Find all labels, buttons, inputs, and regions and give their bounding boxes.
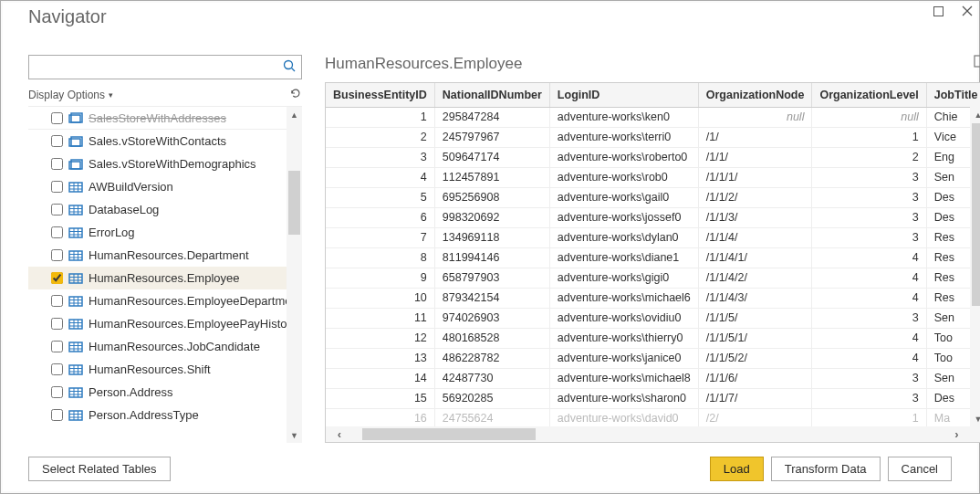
scroll-left-icon[interactable]: ‹ xyxy=(326,426,353,442)
select-related-tables-button[interactable]: Select Related Tables xyxy=(28,457,171,481)
tree-checkbox[interactable] xyxy=(51,249,63,261)
grid-vertical-scrollbar[interactable]: ▲ ▼ xyxy=(970,107,980,426)
cell-businessentityid: 12 xyxy=(326,328,434,348)
tree-checkbox[interactable] xyxy=(51,226,63,238)
cell-organizationnode: /1/1/4/1/ xyxy=(698,247,812,268)
table-row[interactable]: 1556920285adventure-works\sharon0/1/1/7/… xyxy=(326,388,980,408)
view-icon xyxy=(68,135,83,148)
column-header[interactable]: LoginID xyxy=(549,83,698,107)
table-row[interactable]: 1295847284adventure-works\ken0nullnullCh… xyxy=(326,107,980,127)
display-options-dropdown[interactable]: Display Options xyxy=(28,89,105,101)
tree-checkbox[interactable] xyxy=(51,112,63,124)
cell-organizationlevel: 2 xyxy=(812,147,926,167)
grid-horizontal-scrollbar[interactable]: ‹ › xyxy=(326,426,980,442)
tree-item[interactable]: Person.AddressType xyxy=(28,404,287,426)
table-row[interactable]: 12480168528adventure-works\thierry0/1/1/… xyxy=(326,328,980,348)
cell-loginid: adventure-works\gigi0 xyxy=(549,268,698,288)
cell-organizationlevel: 4 xyxy=(812,288,926,308)
cell-businessentityid: 1 xyxy=(326,107,434,127)
table-row[interactable]: 9658797903adventure-works\gigi0/1/1/4/2/… xyxy=(326,268,980,288)
tree-item[interactable]: HumanResources.Shift xyxy=(28,358,287,381)
tree-item[interactable]: HumanResources.EmployeeDepartmen... xyxy=(28,289,287,312)
table-row[interactable]: 7134969118adventure-works\dylan0/1/1/4/3… xyxy=(326,227,980,247)
transform-data-button[interactable]: Transform Data xyxy=(771,457,881,481)
scroll-down-icon[interactable]: ▼ xyxy=(970,411,980,426)
cell-nationalidnumber: 245797967 xyxy=(434,127,549,147)
tree-item[interactable]: HumanResources.JobCandidate xyxy=(28,335,287,358)
scroll-up-icon[interactable]: ▲ xyxy=(287,107,302,122)
search-field[interactable] xyxy=(35,57,283,78)
cancel-button[interactable]: Cancel xyxy=(888,457,952,481)
scroll-thumb[interactable] xyxy=(972,123,980,306)
tree-checkbox[interactable] xyxy=(51,158,63,170)
search-input[interactable] xyxy=(28,55,302,79)
table-row[interactable]: 10879342154adventure-works\michael6/1/1/… xyxy=(326,288,980,308)
table-row[interactable]: 5695256908adventure-works\gail0/1/1/2/3D… xyxy=(326,187,980,207)
tree-item-label: DatabaseLog xyxy=(89,203,159,216)
table-row[interactable]: 2245797967adventure-works\terri0/1/1Vice xyxy=(326,127,980,147)
table-row[interactable]: 13486228782adventure-works\janice0/1/1/5… xyxy=(326,348,980,368)
tree-checkbox[interactable] xyxy=(51,181,63,193)
table-row[interactable]: 4112457891adventure-works\rob0/1/1/1/3Se… xyxy=(326,167,980,187)
tree-scrollbar[interactable]: ▲ ▼ xyxy=(287,107,302,443)
tree-checkbox[interactable] xyxy=(51,318,63,330)
cell-nationalidnumber: 112457891 xyxy=(434,167,549,187)
maximize-icon[interactable] xyxy=(932,5,944,17)
tree-item[interactable]: Person.Address xyxy=(28,381,287,404)
tree-item[interactable]: DatabaseLog xyxy=(28,198,287,221)
tree-item[interactable]: ErrorLog xyxy=(28,221,287,244)
scroll-right-icon[interactable]: › xyxy=(943,426,970,442)
column-header[interactable]: NationalIDNumber xyxy=(434,83,549,107)
tree-checkbox[interactable] xyxy=(51,386,63,398)
tree-item[interactable]: SalesStoreWithAddresses xyxy=(28,107,287,130)
tree-checkbox[interactable] xyxy=(51,295,63,307)
tree-checkbox[interactable] xyxy=(51,363,63,375)
cell-businessentityid: 6 xyxy=(326,207,434,227)
cell-organizationnode: /1/1/7/ xyxy=(698,388,812,408)
table-row[interactable]: 6998320692adventure-works\jossef0/1/1/3/… xyxy=(326,207,980,227)
refresh-icon[interactable] xyxy=(289,87,302,102)
scroll-up-icon[interactable]: ▲ xyxy=(970,107,980,122)
column-header[interactable]: JobTitle xyxy=(926,83,980,107)
close-icon[interactable] xyxy=(961,5,974,17)
tree-item[interactable]: Sales.vStoreWithDemographics xyxy=(28,152,287,175)
tree-item-label: Person.Address xyxy=(89,385,173,399)
cell-organizationnode: /1/1/1/ xyxy=(698,167,812,187)
table-icon xyxy=(68,341,83,353)
scroll-thumb[interactable] xyxy=(288,171,300,235)
table-row[interactable]: 8811994146adventure-works\diane1/1/1/4/1… xyxy=(326,247,980,268)
tree-checkbox[interactable] xyxy=(51,204,63,215)
tree-checkbox[interactable] xyxy=(51,135,63,147)
tree-checkbox[interactable] xyxy=(51,409,63,421)
svg-rect-16 xyxy=(69,205,82,215)
tree-item-label: HumanResources.EmployeePayHistory xyxy=(89,317,287,331)
column-header[interactable]: OrganizationNode xyxy=(698,83,812,107)
scroll-down-icon[interactable]: ▼ xyxy=(287,427,302,443)
table-row[interactable]: 11974026903adventure-works\ovidiu0/1/1/5… xyxy=(326,308,980,328)
preview-options-icon[interactable] xyxy=(974,55,980,73)
tree-checkbox[interactable] xyxy=(51,272,63,284)
cell-organizationnode: /1/1/5/2/ xyxy=(698,348,812,368)
cell-organizationlevel: 4 xyxy=(812,328,926,348)
table-row[interactable]: 1442487730adventure-works\michael8/1/1/6… xyxy=(326,368,980,388)
scroll-thumb[interactable] xyxy=(362,428,536,440)
table-row[interactable]: 3509647174adventure-works\roberto0/1/1/2… xyxy=(326,147,980,167)
cell-loginid: adventure-works\david0 xyxy=(549,408,698,428)
column-header[interactable]: BusinessEntityID xyxy=(326,83,434,107)
load-button[interactable]: Load xyxy=(710,457,764,481)
tree-item-label: HumanResources.Department xyxy=(89,248,249,262)
tree-checkbox[interactable] xyxy=(51,341,63,352)
table-row[interactable]: 1624755624adventure-works\david0/2/1Ma xyxy=(326,408,980,428)
cell-organizationnode: /1/1/6/ xyxy=(698,368,812,388)
column-header[interactable]: OrganizationLevel xyxy=(812,83,926,107)
tree-item[interactable]: HumanResources.Department xyxy=(28,244,287,267)
table-icon xyxy=(68,363,83,376)
tree-item[interactable]: HumanResources.EmployeePayHistory xyxy=(28,312,287,335)
tree-item[interactable]: HumanResources.Employee xyxy=(28,267,287,289)
tree-item[interactable]: AWBuildVersion xyxy=(28,175,287,198)
cell-organizationlevel: 3 xyxy=(812,167,926,187)
search-icon[interactable] xyxy=(283,59,296,76)
tree-item[interactable]: Sales.vStoreWithContacts xyxy=(28,130,287,152)
cell-loginid: adventure-works\michael6 xyxy=(549,288,698,308)
chevron-down-icon[interactable]: ▾ xyxy=(109,90,113,100)
